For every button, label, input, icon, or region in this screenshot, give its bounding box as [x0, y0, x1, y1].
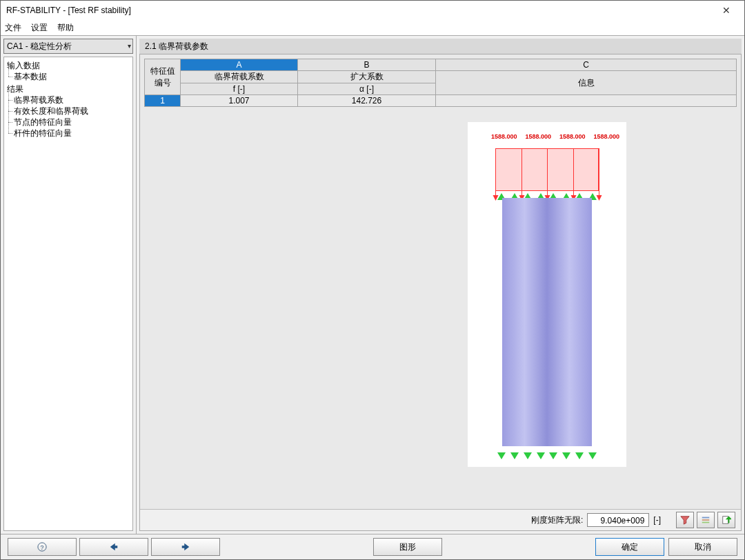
cell-alpha[interactable]: 142.726: [298, 95, 436, 107]
cell-index: 1: [145, 95, 181, 107]
footer-bar: ? 图形 确定 取消: [1, 534, 744, 559]
filter-button[interactable]: [676, 512, 694, 528]
load-value-1: 1588.000: [491, 133, 517, 140]
svg-rect-2: [702, 522, 710, 523]
nav-tree: 输入数据 基本数据 结果 临界荷载系数 有效长度和临界荷载 节点的特征向量 杆件…: [3, 57, 133, 531]
tree-effective-length[interactable]: 有效长度和临界荷载: [7, 106, 130, 117]
help-icon: ?: [37, 542, 47, 552]
table-col-a-sub1: 临界荷载系数: [181, 71, 298, 83]
tree-results[interactable]: 结果: [7, 83, 130, 94]
table-col-a[interactable]: A: [181, 59, 298, 71]
help-button[interactable]: ?: [8, 538, 77, 556]
export-button[interactable]: [717, 512, 735, 528]
export-icon: [722, 515, 731, 525]
svg-rect-3: [723, 517, 728, 524]
load-value-3: 1588.000: [559, 133, 586, 140]
stiffness-unit: [-]: [653, 515, 661, 525]
table-rowhead: 特征值 编号: [145, 59, 181, 95]
menu-settings[interactable]: 设置: [31, 22, 48, 34]
ok-button[interactable]: 确定: [595, 538, 664, 556]
load-value-2: 1588.000: [525, 133, 551, 140]
results-table: 特征值 编号 A B C 临界荷载系数 扩大系数 信息 f [-] α: [144, 59, 737, 107]
menu-help[interactable]: 帮助: [57, 22, 74, 34]
window-title: RF-STABILITY - [Test RF stability]: [5, 6, 131, 15]
svg-rect-0: [702, 517, 710, 519]
svg-text:?: ?: [41, 544, 44, 551]
status-bar: 刚度矩阵无限: 9.040e+009 [-]: [140, 509, 741, 530]
filter-icon: [680, 515, 690, 525]
tree-input-data[interactable]: 输入数据: [7, 60, 130, 71]
table-col-b[interactable]: B: [298, 59, 436, 71]
table-col-b-sub2: α [-]: [298, 83, 436, 95]
table-row[interactable]: 1 1.007 142.726: [145, 95, 737, 107]
close-icon[interactable]: ✕: [713, 3, 740, 17]
section-title: 2.1 临界荷载参数: [139, 39, 742, 54]
cell-f[interactable]: 1.007: [181, 95, 298, 107]
svg-rect-1: [702, 519, 710, 521]
stiffness-value[interactable]: 9.040e+009: [587, 513, 649, 527]
view-settings-button[interactable]: [697, 512, 715, 528]
arrow-right-icon: [181, 542, 190, 552]
load-labels: 1588.000 1588.000 1588.000 1588.000: [491, 133, 619, 140]
analysis-case-combo[interactable]: CA1 - 稳定性分析 ▾: [3, 39, 133, 54]
tree-critical-load-factor[interactable]: 临界荷载系数: [7, 94, 130, 106]
cell-info[interactable]: [436, 95, 737, 107]
analysis-case-value: CA1 - 稳定性分析: [7, 39, 72, 53]
bars-icon: [701, 515, 711, 525]
support-bottom-icon: [495, 450, 599, 461]
left-pane: CA1 - 稳定性分析 ▾ 输入数据 基本数据 结果 临界荷载系数 有效长度和临…: [1, 36, 137, 534]
table-col-c-sub: 信息: [436, 71, 737, 95]
cancel-button[interactable]: 取消: [668, 538, 737, 556]
diagram-canvas[interactable]: 1588.000 1588.000 1588.000 1588.000: [468, 122, 626, 467]
tree-basic-data[interactable]: 基本数据: [7, 71, 130, 82]
load-value-4: 1588.000: [593, 133, 619, 140]
menu-file[interactable]: 文件: [5, 22, 21, 34]
next-button[interactable]: [151, 538, 220, 556]
graphics-button[interactable]: 图形: [373, 538, 442, 556]
content-area: 特征值 编号 A B C 临界荷载系数 扩大系数 信息 f [-] α: [139, 54, 742, 531]
table-col-a-sub2: f [-]: [181, 83, 298, 95]
tree-member-eigenvector[interactable]: 杆件的特征向量: [7, 128, 130, 139]
table-col-b-sub1: 扩大系数: [298, 71, 436, 83]
right-pane: 2.1 临界荷载参数 特征值 编号 A B C: [137, 36, 744, 534]
chevron-down-icon: ▾: [128, 39, 131, 53]
arrow-left-icon: [109, 542, 119, 552]
menu-bar: 文件 设置 帮助: [1, 20, 744, 35]
prev-button[interactable]: [79, 538, 148, 556]
table-col-c[interactable]: C: [436, 59, 737, 71]
load-arrows-icon: [495, 143, 599, 191]
tree-node-eigenvector[interactable]: 节点的特征向量: [7, 117, 130, 128]
stiffness-label: 刚度矩阵无限:: [531, 514, 583, 526]
title-bar: RF-STABILITY - [Test RF stability] ✕: [1, 1, 744, 20]
graphics-area: 1588.000 1588.000 1588.000 1588.000: [144, 108, 737, 505]
column-shape: [502, 198, 592, 446]
